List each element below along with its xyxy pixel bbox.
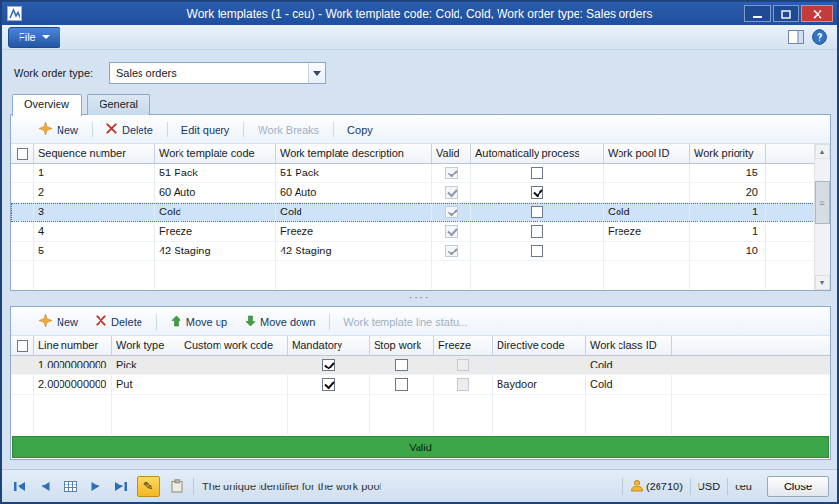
select-all-checkbox[interactable]: [11, 144, 34, 163]
auto-process-checkbox[interactable]: [531, 167, 543, 179]
cell-sequence[interactable]: 1: [34, 164, 155, 182]
auto-process-checkbox[interactable]: [531, 245, 543, 257]
row-selector[interactable]: [11, 203, 34, 221]
cell-description[interactable]: 42 Staging: [276, 242, 432, 260]
cell-work-pool[interactable]: Cold: [604, 203, 690, 221]
column-header-automatically-process[interactable]: Automatically process: [471, 144, 604, 163]
first-record-button[interactable]: [10, 477, 29, 496]
cell-work-pool[interactable]: Freeze: [604, 222, 690, 241]
scrollbar-thumb[interactable]: ≡: [815, 181, 830, 224]
layout-panes-icon[interactable]: [788, 30, 804, 44]
cell-line-number[interactable]: 2.0000000000: [34, 375, 112, 394]
cell-priority[interactable]: 15: [690, 164, 766, 182]
maximize-button[interactable]: [773, 5, 799, 22]
work-template-row[interactable]: 2 60 Auto 60 Auto 20: [11, 183, 830, 203]
close-window-button[interactable]: [801, 5, 833, 22]
cell-priority[interactable]: 1: [690, 203, 766, 221]
work-template-row-selected[interactable]: 3 Cold Cold Cold 1: [11, 203, 830, 222]
cell-work-class-id[interactable]: Cold: [586, 375, 672, 394]
row-selector[interactable]: [11, 375, 34, 394]
scroll-down-arrow-icon[interactable]: ▼: [815, 275, 830, 290]
select-all-checkbox[interactable]: [11, 336, 34, 355]
cell-sequence[interactable]: 5: [34, 242, 155, 260]
close-button[interactable]: Close: [767, 476, 829, 497]
cell-stop-work[interactable]: [370, 356, 434, 374]
scroll-up-arrow-icon[interactable]: ▲: [815, 144, 830, 159]
auto-process-checkbox[interactable]: [531, 206, 543, 218]
grid-view-icon[interactable]: [60, 477, 80, 496]
tab-overview[interactable]: Overview: [12, 94, 82, 116]
cell-code[interactable]: Cold: [155, 203, 276, 221]
line-delete-button[interactable]: Delete: [87, 311, 151, 331]
cell-mandatory[interactable]: [288, 356, 370, 374]
cell-stop-work[interactable]: [370, 375, 434, 394]
cell-code[interactable]: Freeze: [155, 222, 276, 241]
cell-line-number[interactable]: 1.0000000000: [34, 356, 112, 374]
column-header-custom-work-code[interactable]: Custom work code: [180, 336, 288, 355]
stop-work-checkbox[interactable]: [395, 359, 408, 371]
currency-code[interactable]: USD: [698, 481, 720, 492]
cell-auto-process[interactable]: [471, 183, 604, 202]
delete-button[interactable]: Delete: [98, 119, 162, 139]
session-indicator[interactable]: (26710): [630, 479, 683, 494]
mandatory-checkbox[interactable]: [322, 378, 335, 391]
last-record-button[interactable]: [111, 477, 131, 496]
tab-general[interactable]: General: [87, 94, 150, 115]
cell-description[interactable]: Freeze: [276, 222, 432, 241]
work-template-row[interactable]: 1 51 Pack 51 Pack 15: [11, 164, 830, 183]
column-header-work-priority[interactable]: Work priority: [690, 144, 766, 163]
help-icon[interactable]: ?: [812, 29, 827, 45]
combobox-arrow-button[interactable]: [308, 63, 325, 83]
edit-record-button[interactable]: ✎: [137, 476, 160, 497]
move-down-button[interactable]: Move down: [236, 311, 324, 332]
column-header-work-template-code[interactable]: Work template code: [155, 144, 276, 163]
cell-work-pool[interactable]: [604, 164, 690, 182]
company-code[interactable]: ceu: [735, 481, 752, 492]
column-header-freeze[interactable]: Freeze: [434, 336, 493, 355]
cell-sequence[interactable]: 2: [34, 183, 155, 202]
file-menu-button[interactable]: File: [8, 27, 60, 48]
work-template-row[interactable]: 4 Freeze Freeze Freeze 1: [11, 222, 830, 242]
work-breaks-button[interactable]: Work Breaks: [249, 120, 328, 139]
vertical-scrollbar[interactable]: ▲ ≡ ▼: [814, 144, 830, 290]
column-header-line-number[interactable]: Line number: [34, 336, 112, 355]
cell-code[interactable]: 60 Auto: [155, 183, 276, 202]
column-header-work-pool-id[interactable]: Work pool ID: [604, 144, 690, 163]
clipboard-icon[interactable]: [166, 476, 187, 497]
move-up-button[interactable]: Move up: [162, 311, 236, 332]
work-line-row[interactable]: 2.0000000000 Put Baydoor Cold: [11, 375, 830, 395]
column-header-directive-code[interactable]: Directive code: [493, 336, 586, 355]
cell-auto-process[interactable]: [471, 203, 604, 221]
cell-priority[interactable]: 10: [690, 242, 766, 260]
cell-directive-code[interactable]: [493, 356, 586, 374]
cell-work-pool[interactable]: [604, 242, 690, 260]
auto-process-checkbox[interactable]: [531, 186, 543, 199]
copy-button[interactable]: Copy: [339, 120, 381, 139]
auto-process-checkbox[interactable]: [531, 225, 543, 238]
work-template-row[interactable]: 5 42 Staging 42 Staging 10: [11, 242, 830, 261]
cell-auto-process[interactable]: [471, 242, 604, 260]
new-button[interactable]: New: [30, 118, 87, 140]
column-header-stop-work[interactable]: Stop work: [370, 336, 434, 355]
cell-code[interactable]: 42 Staging: [155, 242, 276, 260]
line-new-button[interactable]: New: [30, 310, 87, 332]
column-header-valid[interactable]: Valid: [432, 144, 471, 163]
minimize-button[interactable]: [744, 5, 771, 22]
previous-record-button[interactable]: [35, 477, 55, 496]
row-selector[interactable]: [11, 222, 34, 241]
cell-description[interactable]: Cold: [276, 203, 432, 221]
cell-sequence[interactable]: 4: [34, 222, 155, 241]
cell-directive-code[interactable]: Baydoor: [493, 375, 586, 394]
column-header-work-type[interactable]: Work type: [112, 336, 180, 355]
cell-work-pool[interactable]: [604, 183, 690, 202]
mandatory-checkbox[interactable]: [322, 359, 335, 371]
cell-mandatory[interactable]: [288, 375, 370, 394]
edit-query-button[interactable]: Edit query: [173, 120, 239, 139]
line-status-button[interactable]: Work template line statu...: [335, 312, 476, 331]
cell-priority[interactable]: 1: [690, 222, 766, 241]
stop-work-checkbox[interactable]: [395, 378, 408, 391]
cell-sequence[interactable]: 3: [34, 203, 155, 221]
cell-custom-work-code[interactable]: [180, 375, 288, 394]
row-selector[interactable]: [11, 356, 34, 374]
cell-work-class-id[interactable]: Cold: [586, 356, 672, 374]
